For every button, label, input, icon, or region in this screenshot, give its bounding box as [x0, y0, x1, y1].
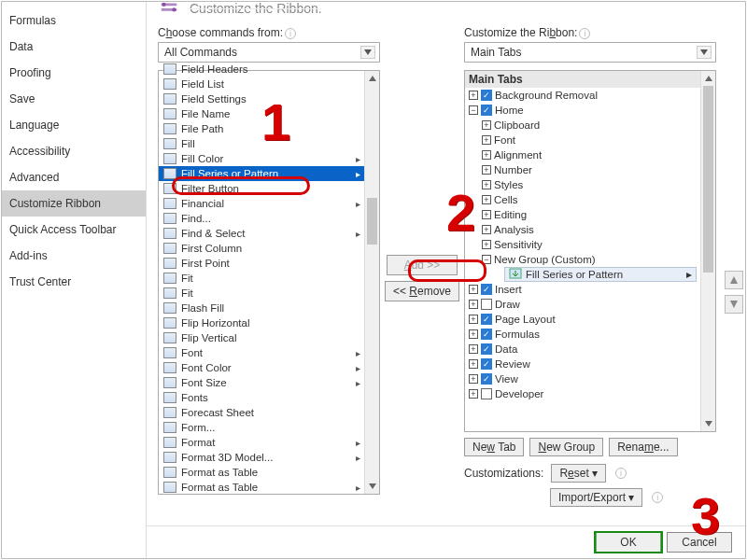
command-item[interactable]: Field List	[159, 77, 364, 91]
tree-group[interactable]: +Styles	[465, 177, 700, 192]
customize-ribbon-combo[interactable]: Main Tabs	[464, 42, 716, 63]
command-item[interactable]: Find & Select▸	[159, 226, 364, 241]
tree-tab[interactable]: +Formulas	[465, 327, 700, 342]
scrollbar[interactable]	[364, 71, 379, 494]
move-down-button[interactable]	[725, 295, 743, 314]
tree-tab[interactable]: +Insert	[465, 282, 700, 297]
scroll-up-icon[interactable]	[365, 71, 379, 86]
add-button[interactable]: Add >>	[387, 255, 458, 275]
command-item[interactable]: Format as Table	[159, 465, 364, 480]
tree-group[interactable]: +Alignment	[465, 147, 700, 162]
command-item[interactable]: Fill	[159, 136, 364, 151]
scrollbar[interactable]	[700, 71, 715, 431]
submenu-arrow-icon: ▸	[353, 199, 362, 209]
commands-listbox[interactable]: Field HeadersField ListField SettingsFil…	[158, 70, 380, 495]
ribbon-tabs-tree[interactable]: Main Tabs+Background Removal−Home+Clipbo…	[464, 70, 716, 432]
sidebar-item-quick-access-toolbar[interactable]: Quick Access Toolbar	[2, 217, 146, 243]
choose-commands-combo[interactable]: All Commands	[158, 42, 380, 63]
customize-ribbon-panel: Customize the Ribbon. Choose commands fr…	[147, 2, 745, 558]
tree-group[interactable]: +Number	[465, 162, 700, 177]
sidebar-item-advanced[interactable]: Advanced	[2, 164, 146, 190]
tree-tab[interactable]: +Developer	[465, 386, 700, 401]
scroll-down-icon[interactable]	[365, 479, 379, 494]
sidebar-item-language[interactable]: Language	[2, 112, 146, 138]
tree-tab[interactable]: +View	[465, 371, 700, 386]
sidebar-item-proofing[interactable]: Proofing	[2, 60, 146, 86]
command-item[interactable]: Font Color▸	[159, 360, 364, 375]
ok-button[interactable]: OK	[596, 532, 661, 553]
command-item[interactable]: First Point	[159, 256, 364, 271]
command-item[interactable]: Find...	[159, 211, 364, 226]
command-item[interactable]: Fit	[159, 271, 364, 286]
command-icon	[162, 167, 177, 180]
tree-tab[interactable]: +Page Layout	[465, 312, 700, 327]
remove-button[interactable]: << Remove	[385, 281, 459, 301]
command-item[interactable]: Font▸	[159, 345, 364, 360]
scroll-down-icon[interactable]	[701, 416, 715, 431]
command-icon	[162, 257, 177, 270]
command-item[interactable]: Financial▸	[159, 196, 364, 211]
choose-commands-label: Choose commands from:i	[158, 26, 382, 39]
tree-group[interactable]: +Editing	[465, 207, 700, 222]
tree-tab[interactable]: +Background Removal	[465, 88, 700, 103]
tree-command-selected[interactable]: Fill Series or Pattern▸	[504, 267, 697, 282]
command-item[interactable]: Font Size▸	[159, 375, 364, 390]
tree-tab[interactable]: +Data	[465, 342, 700, 357]
cancel-button[interactable]: Cancel	[667, 532, 732, 553]
move-up-button[interactable]	[725, 271, 743, 289]
submenu-arrow-icon: ▸	[353, 154, 362, 164]
command-icon	[162, 63, 177, 76]
sidebar-item-accessibility[interactable]: Accessibility	[2, 138, 146, 164]
tree-group[interactable]: +Clipboard	[465, 118, 700, 133]
tree-group[interactable]: +Cells	[465, 192, 700, 207]
command-item[interactable]: Flip Vertical	[159, 330, 364, 345]
chevron-down-icon	[360, 46, 375, 59]
command-item[interactable]: Format as Table▸	[159, 480, 364, 494]
sidebar-item-data[interactable]: Data	[2, 34, 146, 60]
command-icon	[162, 451, 177, 464]
command-item[interactable]: Fill Color▸	[159, 151, 364, 166]
submenu-arrow-icon: ▸	[353, 348, 362, 358]
command-item[interactable]: Format▸	[159, 435, 364, 450]
sidebar-item-add-ins[interactable]: Add-ins	[2, 243, 146, 269]
sidebar-item-trust-center[interactable]: Trust Center	[2, 269, 146, 295]
command-icon	[162, 287, 177, 300]
tree-tab[interactable]: +Review	[465, 357, 700, 371]
command-item[interactable]: Forecast Sheet	[159, 405, 364, 420]
reset-button[interactable]: Reset ▾	[551, 464, 606, 483]
command-item[interactable]: Field Headers	[159, 62, 364, 77]
command-icon	[162, 406, 177, 419]
command-item[interactable]: Flip Horizontal	[159, 315, 364, 330]
tree-tab[interactable]: −Home	[465, 103, 700, 118]
tree-tab[interactable]: +Draw	[465, 297, 700, 312]
command-item[interactable]: First Column	[159, 241, 364, 256]
command-icon	[162, 212, 177, 225]
new-tab-button[interactable]: New Tab	[464, 438, 524, 456]
command-item[interactable]: Fit	[159, 286, 364, 301]
command-item[interactable]: Fonts	[159, 390, 364, 405]
tree-group[interactable]: +Font	[465, 133, 700, 147]
rename-button[interactable]: Rename...	[609, 438, 677, 456]
command-icon	[162, 182, 177, 195]
command-item[interactable]: Format 3D Model...▸	[159, 450, 364, 465]
svg-marker-7	[369, 483, 376, 489]
tree-group[interactable]: +Analysis	[465, 222, 700, 237]
scroll-up-icon[interactable]	[701, 71, 715, 86]
command-item[interactable]: Fill Series or Pattern▸	[159, 166, 364, 181]
command-item[interactable]: File Name	[159, 106, 364, 121]
new-group-button[interactable]: New Group	[529, 438, 603, 456]
sidebar-item-formulas[interactable]: Formulas	[2, 7, 146, 34]
svg-marker-11	[730, 276, 738, 284]
tree-group[interactable]: −New Group (Custom)	[465, 252, 700, 267]
sidebar-item-save[interactable]: Save	[2, 86, 146, 112]
sidebar-item-customize-ribbon[interactable]: Customize Ribbon	[2, 190, 146, 217]
import-export-button[interactable]: Import/Export ▾	[550, 488, 642, 507]
command-item[interactable]: Flash Fill	[159, 301, 364, 315]
command-item[interactable]: File Path	[159, 121, 364, 136]
submenu-arrow-icon: ▸	[353, 483, 362, 493]
command-icon	[162, 301, 177, 315]
command-item[interactable]: Form...	[159, 420, 364, 435]
tree-group[interactable]: +Sensitivity	[465, 237, 700, 252]
command-item[interactable]: Filter Button	[159, 181, 364, 196]
command-item[interactable]: Field Settings	[159, 91, 364, 106]
